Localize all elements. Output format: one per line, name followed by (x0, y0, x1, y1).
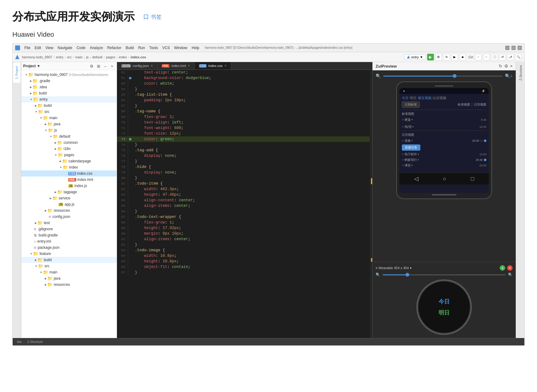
tree-item-service[interactable]: ▶ 📁 service (21, 195, 117, 201)
tree-item-feature[interactable]: ▼ 📁 feature (21, 251, 117, 257)
menu-view[interactable]: View (44, 45, 55, 51)
tree-item-index-js[interactable]: JS index.js (21, 183, 117, 189)
menu-window[interactable]: Window (172, 45, 189, 51)
sidebar-root-dropdown[interactable]: Project ▼ (23, 64, 40, 68)
breadcrumb-pages[interactable]: pages (106, 55, 115, 59)
tree-item-i18n[interactable]: ▶ 📁 i18n (21, 146, 117, 152)
tree-item-feature-resources[interactable]: ▶ 📁 resources (21, 281, 117, 288)
tree-item-entry-build[interactable]: ▶ 📁 build (21, 102, 117, 109)
preview-refresh-btn[interactable]: ↻ (499, 64, 502, 69)
phone-nav-recent[interactable]: □ (471, 176, 474, 182)
tree-item-main[interactable]: ▼ 📁 main (21, 115, 117, 121)
tree-item-gradle[interactable]: ▶ 📁 .gradle (21, 78, 117, 84)
tree-item-config-json[interactable]: ⚙ config.json (21, 214, 117, 220)
sidebar-settings-btn[interactable]: ⚙ (89, 63, 94, 69)
tree-item-build-gradle[interactable]: 🐘 build.gradle (21, 232, 117, 238)
tree-item-entry-iml[interactable]: ◇ entry.iml (21, 238, 117, 244)
tree-item-java[interactable]: ▶ 📁 java (21, 121, 117, 127)
menu-vcs[interactable]: VCS (160, 45, 172, 51)
search-button[interactable]: 🔍 (515, 54, 522, 60)
tree-item-app-js[interactable]: JS app.js (21, 201, 117, 207)
tree-item-gitignore[interactable]: ⚙ .gitignore (21, 226, 117, 232)
phone-add-task-btn[interactable]: 新建任务 (402, 144, 420, 151)
run2-button[interactable]: ▶ (451, 54, 458, 60)
menu-refactor[interactable]: Refactor (106, 45, 123, 51)
run-button[interactable]: ▶ (427, 54, 434, 60)
phone-nav-home[interactable]: ○ (443, 176, 446, 182)
tree-item-entry-src[interactable]: ▼ 📁 src (21, 109, 117, 115)
tree-item-index-hml[interactable]: HML index.hml (21, 177, 117, 183)
tree-item-index-css[interactable]: CSS index.css (21, 170, 117, 177)
win-maximize[interactable]: □ (511, 46, 516, 50)
watch-zoom-in[interactable]: 🔍 (508, 273, 513, 277)
tree-item-build[interactable]: ▶ 📁 build (21, 90, 117, 96)
preview-close-btn[interactable]: × (510, 64, 513, 69)
tree-item-common[interactable]: ▶ 📁 common (21, 140, 117, 146)
tab-index-css[interactable]: CSS index.css × (195, 62, 231, 69)
win-minimize[interactable]: ─ (505, 46, 510, 50)
git-check2[interactable]: ✓ (483, 54, 490, 60)
preview-settings-btn[interactable]: ⚙ (504, 64, 508, 69)
tab-index-hml[interactable]: HML index.hml × (157, 62, 194, 69)
breadcrumb-index[interactable]: index (119, 55, 127, 59)
tree-item-js[interactable]: ▼ 📁 js (21, 127, 117, 133)
watch-add-btn[interactable]: + (500, 265, 505, 271)
sidebar-close-btn[interactable]: × (109, 63, 115, 69)
watch-zoom-out[interactable]: 🔍 (376, 273, 380, 277)
git-branch[interactable]: ⎇ (507, 54, 514, 60)
sidebar-collapse-btn[interactable]: – (102, 63, 108, 69)
menu-tools[interactable]: Tools (148, 45, 160, 51)
git-undo[interactable]: ↺ (499, 54, 506, 60)
tree-item-feature-build[interactable]: ▶ 📁 build (21, 257, 117, 263)
breadcrumb-harmony[interactable]: harmony-todo_0907 (22, 55, 52, 59)
breadcrumb-indexcss[interactable]: index.css (131, 55, 146, 59)
tab-config-json[interactable]: JSON config.json × (117, 62, 157, 69)
menu-navigate[interactable]: Navigate (56, 45, 74, 51)
project-side-tab[interactable]: 1: Project (13, 62, 20, 83)
menu-edit[interactable]: Edit (33, 45, 43, 51)
menu-code[interactable]: Code (75, 45, 87, 51)
sync-button[interactable]: ↻ (443, 54, 450, 60)
menu-file[interactable]: File (23, 45, 32, 51)
sidebar-expand-btn[interactable]: ⊞ (96, 63, 101, 69)
breadcrumb-default[interactable]: default (92, 55, 102, 59)
watch-remove-btn[interactable]: × (507, 265, 513, 271)
tree-item-idea[interactable]: ▶ 📁 .idea (21, 84, 117, 90)
tree-item-resources[interactable]: ▶ 📁 resources (21, 207, 117, 214)
tree-item-index-folder[interactable]: ▼ 📁 index (21, 164, 117, 170)
breadcrumb-src[interactable]: src (67, 55, 72, 59)
zoom-in-icon[interactable]: 🔍+ (505, 73, 513, 78)
bottom-left-tab[interactable]: ites (15, 340, 24, 344)
breadcrumb-entry[interactable]: entry (56, 55, 63, 59)
tree-item-feature-src[interactable]: ▼ 📁 src (21, 263, 117, 269)
code-content[interactable]: 61 text-align: center; 62 background-col… (117, 70, 372, 338)
menu-build[interactable]: Build (124, 45, 136, 51)
win-close[interactable]: × (518, 46, 522, 50)
git-check1[interactable]: ✓ (475, 54, 482, 60)
breadcrumb-js[interactable]: js (86, 55, 89, 59)
menu-help[interactable]: Help (190, 45, 201, 51)
tree-item-feature-java[interactable]: ▶ 📁 java (21, 275, 117, 281)
tree-item-default[interactable]: ▼ 📁 default (21, 133, 117, 140)
phone-nav-back[interactable]: ◁ (414, 175, 418, 182)
zoom-slider-phone[interactable] (383, 76, 502, 77)
tab-close-config[interactable]: × (151, 64, 153, 68)
tree-item-tagpage[interactable]: ▶ 📁 tagpage (21, 189, 117, 195)
structure-tab[interactable]: Z-Structure (516, 62, 524, 84)
zoom-out-icon[interactable]: 🔍 (376, 73, 381, 78)
tab-close-css[interactable]: × (224, 64, 227, 68)
tree-item-entry[interactable]: ▼ 📁 entry (21, 96, 117, 102)
breadcrumb-main[interactable]: main (75, 55, 83, 59)
build-button[interactable]: ⚙ (435, 54, 442, 60)
tree-item-test[interactable]: ▶ 📁 test (21, 220, 117, 226)
bottom-structure-tab[interactable]: Z-Structure (26, 340, 45, 344)
watch-zoom-slider[interactable] (383, 274, 506, 275)
menu-analyze[interactable]: Analyze (88, 45, 105, 51)
tree-item-package-json[interactable]: ⚙ package.json (21, 244, 117, 251)
bookmark-button[interactable]: 书签 (141, 12, 164, 22)
tree-item-feature-main[interactable]: ▼ 📁 main (21, 269, 117, 275)
tree-item-pages[interactable]: ▼ 📁 pages (21, 152, 117, 158)
phone-btn-date-label[interactable]: 日期标签 (402, 102, 420, 108)
tree-item-harmony-root[interactable]: ▼ 📁 harmony-todo_0907 D:\DevcoStudioDemo… (21, 72, 117, 78)
menu-run[interactable]: Run (136, 45, 147, 51)
